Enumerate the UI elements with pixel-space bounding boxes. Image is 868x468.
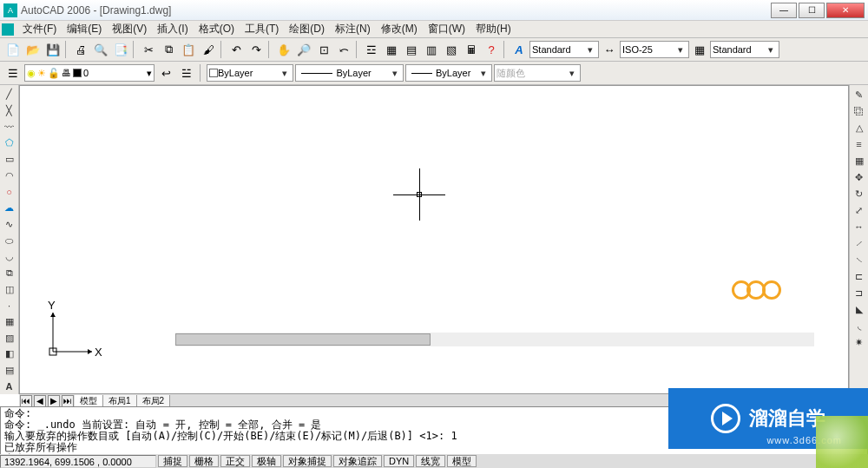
copy-icon[interactable]: ⧉	[159, 40, 178, 59]
lineweight-dropdown[interactable]: ByLayer ▾	[405, 64, 492, 82]
markup-icon[interactable]: ▧	[442, 40, 461, 59]
close-button[interactable]: ✕	[826, 3, 865, 18]
print-icon[interactable]: 🖨	[71, 40, 90, 59]
menu-modify[interactable]: 修改(M)	[376, 20, 423, 38]
extend-icon[interactable]: ⟍	[852, 252, 867, 267]
table-style-dropdown[interactable]: Standard ▾	[710, 41, 779, 58]
copy-obj-icon[interactable]: ⿻	[852, 103, 867, 119]
paste-icon[interactable]: 📋	[179, 40, 198, 59]
model-toggle[interactable]: 模型	[447, 455, 477, 467]
zoom-rt-icon[interactable]: 🔎	[294, 40, 313, 59]
menu-window[interactable]: 窗口(W)	[423, 20, 470, 38]
dim-style-dropdown[interactable]: ISO-25 ▾	[620, 41, 689, 58]
table-icon[interactable]: ▤	[2, 363, 17, 379]
calc-icon[interactable]: 🖩	[462, 40, 481, 59]
redo-icon[interactable]: ↷	[247, 40, 266, 59]
linetype-dropdown[interactable]: ByLayer ▾	[295, 64, 404, 82]
stretch-icon[interactable]: ↔	[852, 219, 867, 234]
ortho-toggle[interactable]: 正交	[220, 455, 250, 467]
tab-layout1[interactable]: 布局1	[103, 395, 137, 407]
tablestyle-icon[interactable]: ▦	[690, 40, 709, 59]
coordinates-display[interactable]: 1392.1964, 699.1506 , 0.0000	[0, 455, 156, 468]
point-icon[interactable]: ·	[2, 298, 17, 313]
properties-icon[interactable]: ☲	[362, 40, 381, 59]
textstyle-icon[interactable]: A	[510, 40, 529, 59]
menu-dim[interactable]: 标注(N)	[330, 20, 376, 38]
polygon-icon[interactable]: ⬠	[2, 135, 17, 151]
array-icon[interactable]: ▦	[852, 153, 867, 168]
menu-view[interactable]: 视图(V)	[107, 20, 152, 38]
plotstyle-dropdown[interactable]: 随颜色 ▾	[494, 64, 581, 82]
dimstyle-icon[interactable]: ↔	[600, 40, 619, 59]
chamfer-icon[interactable]: ◣	[852, 301, 867, 317]
tab-layout2[interactable]: 布局2	[137, 395, 171, 407]
layer-prev-icon[interactable]: ↩	[156, 63, 175, 82]
cut-icon[interactable]: ✂	[139, 40, 158, 59]
osnap-toggle[interactable]: 对象捕捉	[283, 455, 332, 467]
dyn-toggle[interactable]: DYN	[384, 455, 414, 467]
pan-icon[interactable]: ✋	[274, 40, 293, 59]
maximize-button[interactable]: ☐	[799, 3, 825, 18]
region-icon[interactable]: ◧	[2, 346, 17, 362]
offset-icon[interactable]: ≡	[852, 136, 867, 152]
dcenter-icon[interactable]: ▦	[382, 40, 401, 59]
minimize-button[interactable]: —	[771, 3, 797, 18]
circle-icon[interactable]: ○	[2, 184, 17, 200]
rectangle-icon[interactable]: ▭	[2, 152, 17, 168]
ellipse-arc-icon[interactable]: ◡	[2, 249, 17, 265]
menu-help[interactable]: 帮助(H)	[470, 20, 516, 38]
layer-manager-icon[interactable]: ☰	[3, 63, 23, 82]
join-icon[interactable]: ⊐	[852, 285, 867, 300]
tab-model[interactable]: 模型	[75, 395, 103, 407]
hatch-icon[interactable]: ▦	[2, 314, 17, 330]
tpalette-icon[interactable]: ▤	[402, 40, 421, 59]
zoom-win-icon[interactable]: ⊡	[314, 40, 333, 59]
explode-icon[interactable]: ✷	[852, 334, 867, 350]
line-icon[interactable]: ╱	[2, 87, 17, 102]
tab-nav-last[interactable]: ⏭	[62, 395, 74, 407]
xline-icon[interactable]: ╳	[2, 103, 17, 119]
horizontal-scrollbar[interactable]	[175, 333, 814, 346]
match-icon[interactable]: 🖌	[199, 40, 218, 59]
zoom-prev-icon[interactable]: ⤺	[334, 40, 353, 59]
undo-icon[interactable]: ↶	[227, 40, 246, 59]
trim-icon[interactable]: ⟋	[852, 235, 867, 251]
save-icon[interactable]: 💾	[43, 40, 62, 59]
ellipse-icon[interactable]: ⬭	[2, 233, 17, 248]
break-icon[interactable]: ⊏	[852, 268, 867, 284]
block-icon[interactable]: ◫	[2, 281, 17, 297]
polar-toggle[interactable]: 极轴	[252, 455, 281, 467]
layer-states-icon[interactable]: ☱	[177, 63, 196, 82]
insert-icon[interactable]: ⧉	[2, 266, 17, 281]
menu-edit[interactable]: 编辑(E)	[62, 20, 107, 38]
fillet-icon[interactable]: ◟	[852, 318, 867, 333]
menu-draw[interactable]: 绘图(D)	[284, 20, 330, 38]
snap-toggle[interactable]: 捕捉	[158, 455, 187, 467]
tab-nav-next[interactable]: ▶	[48, 395, 60, 407]
help-icon[interactable]: ?	[482, 40, 501, 59]
layer-dropdown[interactable]: ◉ ☀ 🔓 🖶 0 ▾	[24, 64, 155, 82]
sheetset-icon[interactable]: ▥	[422, 40, 441, 59]
tab-nav-prev[interactable]: ◀	[34, 395, 46, 407]
menu-tools[interactable]: 工具(T)	[240, 20, 284, 38]
scale-icon[interactable]: ⤢	[852, 202, 867, 218]
gradient-icon[interactable]: ▨	[2, 330, 17, 346]
polyline-icon[interactable]: 〰	[2, 119, 17, 135]
move-icon[interactable]: ✥	[852, 169, 867, 185]
otrack-toggle[interactable]: 对象追踪	[333, 455, 382, 467]
menu-file[interactable]: 文件(F)	[17, 20, 62, 38]
publish-icon[interactable]: 📑	[111, 40, 130, 59]
preview-icon[interactable]: 🔍	[91, 40, 110, 59]
grid-toggle[interactable]: 栅格	[189, 455, 219, 467]
erase-icon[interactable]: ✎	[852, 87, 867, 102]
drawing-canvas[interactable]: X Y	[19, 85, 849, 394]
mirror-icon[interactable]: △	[852, 120, 867, 135]
menu-insert[interactable]: 插入(I)	[152, 20, 193, 38]
revcloud-icon[interactable]: ☁	[2, 201, 17, 216]
rotate-icon[interactable]: ↻	[852, 186, 867, 201]
lwt-toggle[interactable]: 线宽	[416, 455, 445, 467]
color-dropdown[interactable]: ByLayer ▾	[207, 64, 293, 82]
arc-icon[interactable]: ◠	[2, 168, 17, 183]
open-icon[interactable]: 📂	[23, 40, 43, 59]
spline-icon[interactable]: ∿	[2, 217, 17, 233]
